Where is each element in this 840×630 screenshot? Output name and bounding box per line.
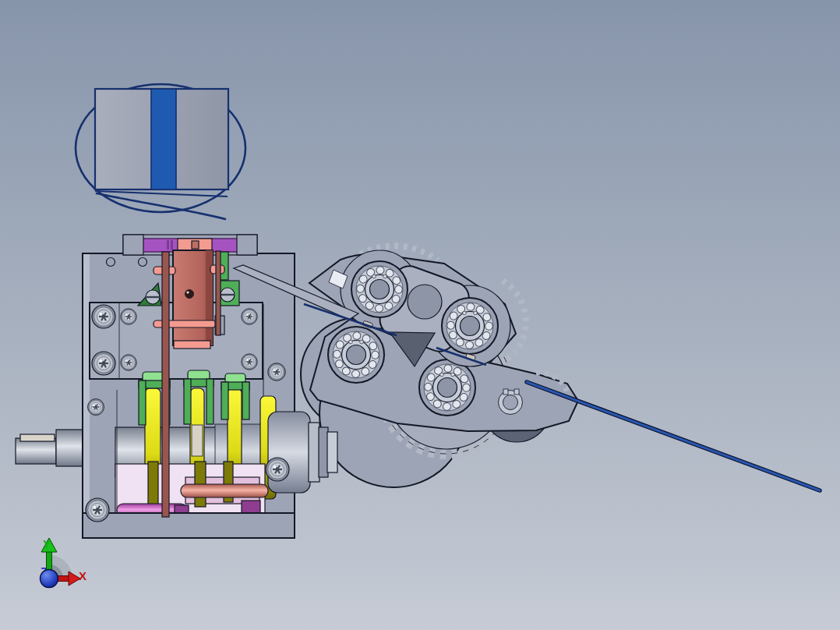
- cap-screw[interactable]: [92, 305, 115, 328]
- drum-ring: [319, 427, 328, 477]
- cam-hub: [192, 425, 203, 456]
- axis-x-label: X: [79, 569, 86, 582]
- ball-bearing-2[interactable]: [442, 298, 498, 354]
- spool-blue-band[interactable]: [151, 89, 176, 189]
- input-shaft[interactable]: [16, 430, 84, 466]
- plate-edge-highlight: [83, 254, 90, 514]
- cap-screw[interactable]: [121, 309, 136, 324]
- cad-viewport[interactable]: Z Y X: [0, 0, 840, 630]
- slot-screw[interactable]: [146, 290, 160, 304]
- drum-ring: [309, 423, 319, 482]
- pressure-bar[interactable]: [162, 252, 169, 517]
- cap-screw[interactable]: [242, 309, 257, 324]
- olive-bar: [148, 462, 158, 504]
- link-plate-hole: [408, 285, 442, 319]
- axis-origin: [41, 570, 58, 588]
- cap-screw[interactable]: [242, 354, 257, 370]
- axis-y-label: Y: [43, 537, 51, 550]
- drum-ring: [327, 432, 337, 472]
- pressure-bar-2: [216, 251, 221, 335]
- slot-screw[interactable]: [221, 288, 235, 302]
- cap-screw[interactable]: [88, 399, 104, 416]
- frame-base[interactable]: [83, 513, 295, 538]
- cap-screw[interactable]: [266, 458, 289, 481]
- ram-hole: [185, 290, 194, 299]
- cad-canvas[interactable]: Z Y X: [0, 0, 840, 630]
- salmon-push-rod[interactable]: [181, 484, 268, 497]
- shaft-key: [20, 434, 55, 441]
- ball-bearing-1[interactable]: [351, 261, 408, 317]
- ball-bearing-3[interactable]: [328, 327, 384, 383]
- slider-pin: [192, 241, 199, 249]
- cap-screw[interactable]: [92, 352, 115, 375]
- cap-screw[interactable]: [86, 498, 109, 522]
- ball-bearing-4[interactable]: [419, 359, 475, 416]
- cap-screw[interactable]: [121, 355, 136, 370]
- cap-screw[interactable]: [268, 363, 286, 381]
